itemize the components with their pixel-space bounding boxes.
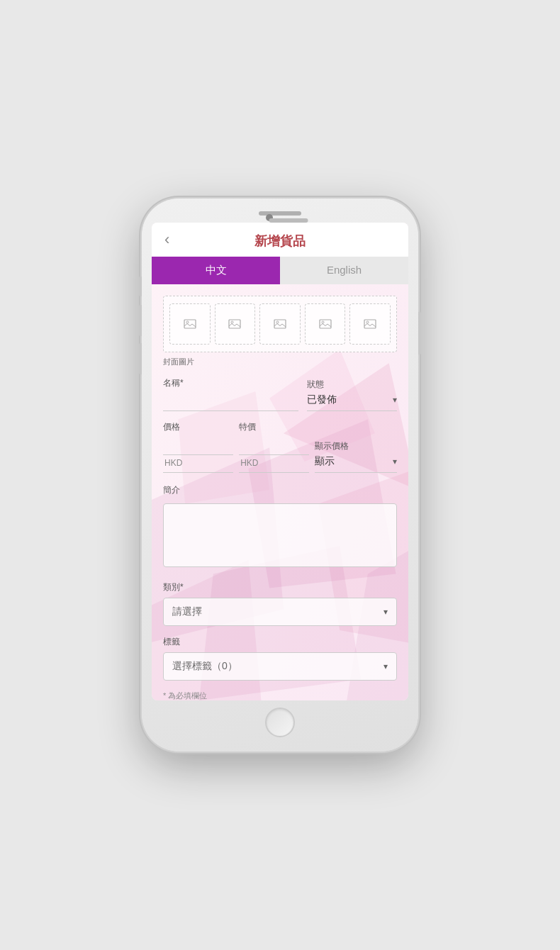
sale-price-label: 特價 <box>239 421 309 433</box>
status-select[interactable]: 已發佈 ▾ <box>307 393 397 411</box>
description-label: 簡介 <box>163 484 397 496</box>
mute-button <box>139 276 142 296</box>
description-section: 簡介 <box>163 484 397 570</box>
svg-rect-12 <box>229 320 240 328</box>
chevron-down-icon-3: ▾ <box>383 607 388 617</box>
top-speaker <box>259 211 301 216</box>
tags-placeholder: 選擇標籤（0） <box>172 660 381 673</box>
name-input[interactable] <box>163 392 298 411</box>
image-slot-5[interactable] <box>349 303 391 345</box>
image-slot-3[interactable] <box>259 303 301 345</box>
svg-point-15 <box>276 321 279 323</box>
language-tab-bar: 中文 English <box>152 257 408 284</box>
volume-down-button <box>139 343 142 374</box>
image-slot-1[interactable] <box>169 303 211 345</box>
volume-up-button <box>139 305 142 336</box>
svg-point-19 <box>366 321 369 323</box>
sale-price-input[interactable] <box>239 436 309 455</box>
category-section: 類別* 請選擇 ▾ <box>163 581 397 626</box>
description-input[interactable] <box>163 503 397 567</box>
image-slot-4[interactable] <box>305 303 346 345</box>
tags-label: 標籤 <box>163 636 397 648</box>
power-button <box>418 312 421 354</box>
category-placeholder: 請選擇 <box>172 605 381 618</box>
image-slot-2[interactable] <box>215 303 256 345</box>
name-label: 名稱* <box>163 377 298 389</box>
svg-point-17 <box>322 321 324 323</box>
chevron-down-icon-2: ▾ <box>393 457 397 466</box>
display-price-value: 顯示 <box>315 455 390 468</box>
phone-screen: ‹ 新增貨品 中文 English <box>152 223 408 700</box>
category-label: 類別* <box>163 581 397 593</box>
tags-section: 標籤 選擇標籤（0） ▾ <box>163 636 397 681</box>
required-note: * 為必填欄位 <box>163 691 397 700</box>
screen-content: ‹ 新增貨品 中文 English <box>152 223 408 700</box>
price-input[interactable] <box>163 436 233 455</box>
sale-currency: HKD <box>239 455 309 473</box>
display-price-group: 顯示價格 顯示 ▾ <box>315 440 397 473</box>
chevron-down-icon: ▾ <box>393 395 397 405</box>
price-currency: HKD <box>163 455 233 473</box>
tags-select[interactable]: 選擇標籤（0） ▾ <box>163 652 397 681</box>
display-price-select[interactable]: 顯示 ▾ <box>315 455 397 473</box>
name-field-group: 名稱* <box>163 377 298 411</box>
svg-rect-18 <box>364 320 376 328</box>
status-value: 已發佈 <box>307 393 390 406</box>
status-field-group: 狀態 已發佈 ▾ <box>307 379 397 411</box>
svg-rect-14 <box>274 320 286 328</box>
back-button[interactable]: ‹ <box>162 228 172 252</box>
name-status-row: 名稱* 狀態 已發佈 ▾ <box>163 377 397 411</box>
price-group: 價格 HKD <box>163 421 233 473</box>
tab-chinese[interactable]: 中文 <box>152 257 280 284</box>
svg-point-11 <box>186 321 189 323</box>
phone-frame: ‹ 新增貨品 中文 English <box>142 199 418 751</box>
tab-english[interactable]: English <box>280 257 408 284</box>
home-button[interactable] <box>265 708 295 737</box>
display-price-label: 顯示價格 <box>315 440 397 452</box>
page-title: 新增貨品 <box>254 233 306 250</box>
price-label: 價格 <box>163 421 233 433</box>
cover-photo-label: 封面圖片 <box>163 357 397 367</box>
chevron-down-icon-4: ▾ <box>383 661 388 671</box>
svg-rect-16 <box>320 320 331 328</box>
category-select[interactable]: 請選擇 ▾ <box>163 598 397 626</box>
svg-rect-10 <box>184 320 196 328</box>
price-row: 價格 HKD 特價 HKD 顯示價格 顯示 ▾ <box>163 421 397 473</box>
svg-point-13 <box>231 321 233 323</box>
page-header: ‹ 新增貨品 <box>152 223 408 257</box>
status-label: 狀態 <box>307 379 397 391</box>
sale-price-group: 特價 HKD <box>239 421 309 473</box>
image-upload-row <box>163 296 397 352</box>
form-area: 封面圖片 名稱* 狀態 已發佈 ▾ <box>152 284 408 700</box>
